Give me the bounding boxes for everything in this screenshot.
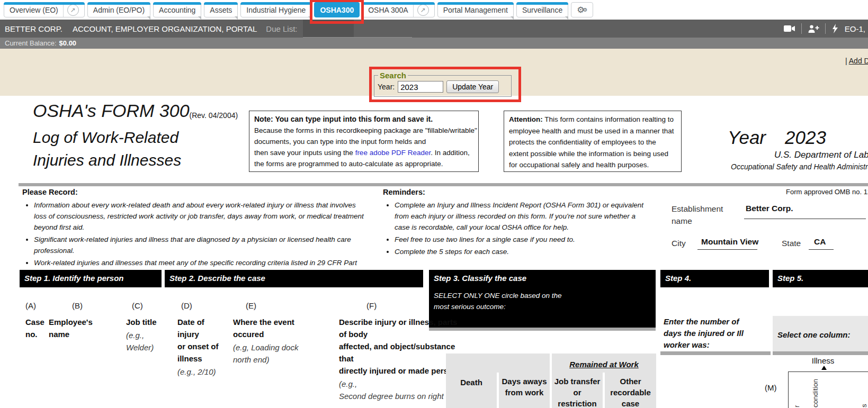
add-link[interactable]: Add D (849, 57, 868, 65)
step4-instruction-line: worker was: (664, 339, 744, 351)
search-panel: Search Year: Update Year (374, 71, 512, 97)
column-d-header: Date of injury or onset of illness (e.g.… (177, 316, 219, 378)
tab-label: Assets (210, 6, 232, 14)
header-line: Job title (126, 316, 157, 328)
tab-label: Surveillance (522, 6, 562, 14)
column-letter-e: (E) (246, 301, 256, 310)
settings-button[interactable]: ⚙⚙ (571, 2, 593, 17)
horizontal-rule (19, 183, 868, 186)
tab-divider (413, 3, 414, 17)
header-line: Case (25, 316, 44, 328)
illness-label: Illness (803, 356, 843, 365)
pdf-reader-link[interactable]: free adobe PDF Reader (355, 149, 431, 157)
year-input[interactable] (398, 81, 443, 93)
list-item: Complete the 5 steps for each case. (395, 246, 643, 257)
tab-portal-management[interactable]: Portal Management (437, 2, 514, 17)
add-user-icon[interactable] (808, 24, 819, 33)
example-line: (e.g., (126, 329, 157, 341)
tab-label: Overview (EO) (10, 6, 58, 14)
rotated-column-label: r (793, 405, 801, 408)
submenu-fold-icon (235, 16, 238, 20)
tab-surveillance[interactable]: Surveillance (516, 2, 568, 17)
step4-instruction-line: days the injured or Ill (664, 328, 744, 339)
popout-icon[interactable]: ↗ (417, 4, 429, 16)
city-label: City (672, 239, 686, 248)
list-item: Information about every work-related dea… (34, 200, 366, 233)
form-title-text: OSHA's FORM 300 (33, 101, 190, 121)
note-link-post: . In addition, (431, 149, 470, 157)
column-letter-a: (A) (25, 301, 36, 310)
cell-line: or (552, 387, 603, 398)
establishment-label-line: name (672, 215, 723, 227)
example-line: Welder) (126, 341, 157, 353)
header-line: injury (177, 328, 219, 340)
header-example: (e.g., Welder) (126, 329, 157, 353)
divider (825, 23, 826, 34)
tab-accounting[interactable]: Accounting (153, 2, 201, 17)
form-subtitle-line1: Log of Work-Related (33, 129, 178, 147)
tab-label: Admin (EO/PO) (93, 6, 145, 14)
tab-admin-eo-po[interactable]: Admin (EO/PO) (87, 2, 150, 17)
note-line: the forms are programmed to auto-calcula… (254, 158, 473, 169)
column-letter-c: (C) (132, 301, 143, 310)
eo-menu-label[interactable]: EO-1, (845, 24, 865, 33)
form-revision: (Rev. 04/2004) (190, 111, 238, 120)
establishment-underline (744, 219, 866, 219)
department-line: U.S. Department of Lab (774, 150, 868, 160)
classify-left-box: Death Days aways from work (446, 353, 550, 408)
attention-text: This form contains information realting … (509, 115, 674, 169)
lightning-bolt-icon[interactable] (831, 24, 838, 33)
balance-label: Current Balance: (5, 39, 57, 47)
m-column-label: (M) (765, 383, 777, 392)
please-record-section: Please Record: Information about every w… (22, 188, 366, 280)
tab-osha300-active[interactable]: OSHA300 (314, 2, 360, 17)
due-list-label: Due List: (266, 24, 297, 33)
tab-osha-300a[interactable]: OSHA 300A ↗ (362, 2, 435, 17)
due-list-box[interactable] (303, 20, 354, 38)
header-line: or onset of (177, 340, 219, 352)
step5-gray-bar (773, 351, 868, 355)
example-line: (e.g., 2/10) (177, 366, 219, 378)
step4-gray-bar (660, 351, 771, 355)
step4-instruction: Enter the number of days the injured or … (664, 316, 744, 351)
popout-icon[interactable]: ↗ (67, 4, 79, 16)
header-line: Where the event (233, 316, 298, 328)
establishment-label-line: Establishment (672, 203, 723, 215)
rotated-column-label: s (860, 404, 868, 407)
video-camera-icon[interactable] (784, 24, 795, 33)
header-line: occured (233, 328, 298, 340)
remained-at-work-header: Remained at Work (552, 360, 656, 369)
header-line: name (49, 328, 93, 340)
column-e-header: Where the event occured (e.g, Loading do… (233, 316, 298, 366)
column-letter-d: (D) (181, 301, 192, 310)
death-column-header: Death (446, 377, 497, 388)
step2-header: Step 2. Describe the case (165, 270, 423, 287)
step3-note-line: most serious outcome: (434, 301, 656, 312)
other-recordable-column-header: Other recordable case (605, 376, 656, 408)
please-record-list: Information about every work-related dea… (34, 200, 366, 279)
arrow-up-right-icon: ↗ (420, 6, 426, 14)
tab-bar: Overview (EO) ↗ Admin (EO/PO) Accounting… (0, 0, 868, 20)
app-window: Overview (EO) ↗ Admin (EO/PO) Accounting… (0, 0, 868, 408)
tab-assets[interactable]: Assets (204, 2, 238, 17)
account-bar: BETTER CORP. ACCOUNT, EMPLOYER ORGANIZAT… (0, 20, 868, 38)
step4-header: Step 4. (660, 270, 769, 287)
header-line: Describe injury or illness, parts (339, 316, 467, 328)
step5-header: Step 5. (773, 270, 868, 287)
column-letter-f: (F) (366, 301, 377, 310)
tab-label: Industrial Hygiene (246, 6, 306, 14)
balance-value: $0.00 (59, 39, 77, 47)
year-heading-label: Year (728, 127, 766, 148)
submenu-fold-icon (198, 16, 201, 20)
update-year-button[interactable]: Update Year (446, 80, 499, 93)
divider (801, 23, 802, 34)
list-item: Feel free to use two lines for a single … (395, 234, 643, 245)
column-c-header: Job title (e.g., Welder) (126, 316, 157, 353)
tab-industrial-hygiene[interactable]: Industrial Hygiene (240, 2, 311, 17)
submenu-fold-icon (308, 16, 311, 20)
tab-overview-eo[interactable]: Overview (EO) ↗ (4, 2, 85, 17)
tab-divider (63, 3, 64, 17)
header-line: illness (177, 352, 219, 365)
cell-line: Job transfer (552, 376, 603, 387)
account-context: ACCOUNT, EMPLOYER ORGANIZATION, PORTAL (73, 24, 257, 33)
